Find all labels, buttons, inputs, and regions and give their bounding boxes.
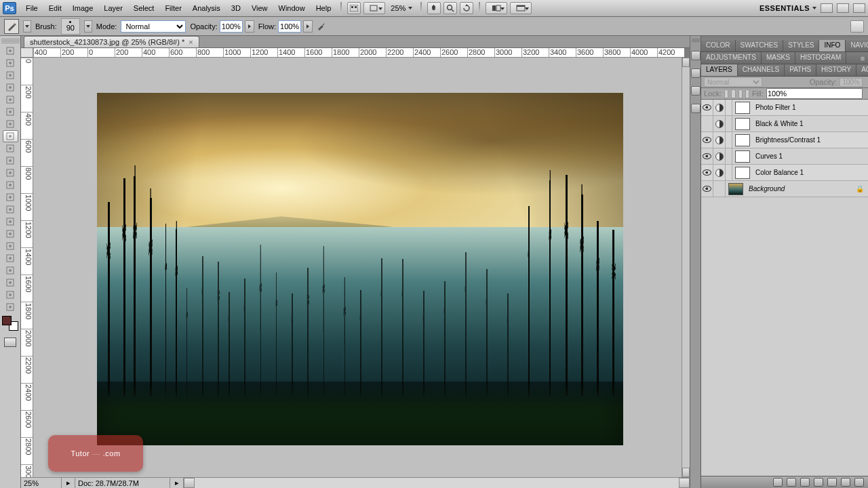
marquee-tool[interactable] — [3, 57, 18, 69]
layer-blend-mode-select[interactable]: Normal — [704, 77, 762, 87]
layer-name[interactable]: Photo Filter 1 — [753, 104, 868, 111]
gradient-tool[interactable] — [3, 179, 18, 191]
tab-action[interactable]: ACTION — [856, 64, 868, 76]
brush-panel-icon[interactable] — [691, 51, 701, 60]
layer-row[interactable]: Brightness/Contrast 1 — [701, 132, 868, 148]
visibility-toggle-icon[interactable] — [701, 165, 713, 180]
tab-histogram[interactable]: HISTOGRAM — [795, 52, 846, 64]
menu-help[interactable]: Help — [311, 1, 337, 15]
adjustment-layer-icon[interactable] — [814, 478, 823, 487]
tool-preset-dropdown[interactable] — [23, 20, 31, 33]
layer-row[interactable]: Curves 1 — [701, 148, 868, 165]
workspace-switcher[interactable]: ESSENTIALS — [760, 4, 816, 12]
menu-filter[interactable]: Filter — [159, 1, 186, 15]
3d-tool[interactable] — [3, 264, 18, 277]
eraser-tool[interactable] — [3, 167, 18, 179]
heal-tool[interactable] — [3, 118, 18, 130]
zoom-tool[interactable] — [3, 301, 18, 313]
layer-mask-icon[interactable] — [800, 478, 810, 487]
menu-edit[interactable]: Edit — [43, 1, 67, 15]
color-swatches[interactable] — [2, 316, 18, 332]
tab-navigator[interactable]: NAVIGATOR — [846, 40, 868, 52]
foreground-color[interactable] — [2, 316, 12, 325]
quick-mask-toggle[interactable] — [4, 338, 16, 347]
layer-mask-thumb[interactable] — [735, 167, 750, 179]
maximize-button[interactable] — [837, 3, 849, 13]
opacity-input[interactable] — [220, 20, 243, 33]
new-layer-icon[interactable] — [841, 478, 850, 487]
clone-source-icon[interactable] — [691, 68, 701, 78]
dodge-tool[interactable] — [3, 203, 18, 216]
flow-input[interactable] — [278, 20, 301, 33]
visibility-toggle-icon[interactable] — [701, 116, 713, 131]
brush-preview[interactable]: 90 — [61, 18, 80, 35]
lock-transparency-icon[interactable] — [724, 89, 728, 98]
launch-bridge-button[interactable] — [347, 2, 361, 14]
layer-name[interactable]: Brightness/Contrast 1 — [753, 136, 868, 144]
close-icon[interactable]: × — [189, 38, 193, 46]
view-extras-button[interactable] — [363, 2, 385, 14]
link-layers-icon[interactable] — [773, 478, 783, 487]
menu-window[interactable]: Window — [273, 1, 311, 15]
layer-name[interactable]: Black & White 1 — [753, 120, 868, 127]
menu-file[interactable]: File — [20, 1, 43, 15]
visibility-toggle-icon[interactable] — [701, 181, 713, 197]
close-button[interactable] — [853, 3, 865, 13]
layer-mask-thumb[interactable] — [735, 150, 750, 163]
layer-name[interactable]: Curves 1 — [753, 152, 868, 160]
canvas[interactable]: Tutor—.com — [33, 58, 682, 477]
layer-row[interactable]: Black & White 1 — [701, 116, 868, 132]
rotate-view-button[interactable] — [460, 2, 473, 14]
lock-position-icon[interactable] — [738, 89, 743, 98]
scroll-left-button[interactable] — [184, 478, 195, 488]
menu-3d[interactable]: 3D — [226, 1, 246, 15]
vertical-scrollbar[interactable] — [682, 58, 690, 477]
menu-layer[interactable]: Layer — [98, 1, 128, 15]
blur-tool[interactable] — [3, 191, 18, 203]
stamp-tool[interactable] — [3, 142, 18, 155]
panel-menu-icon[interactable]: ≡ — [857, 52, 868, 64]
visibility-toggle-icon[interactable] — [701, 132, 713, 148]
tab-layers[interactable]: LAYERS — [701, 64, 738, 76]
3dcam-tool[interactable] — [3, 277, 18, 289]
hand-tool[interactable] — [3, 289, 18, 301]
tab-paths[interactable]: PATHS — [785, 64, 816, 76]
visibility-toggle-icon[interactable] — [701, 148, 713, 164]
tab-adjustments[interactable]: ADJUSTMENTS — [701, 52, 762, 64]
layer-thumb[interactable] — [728, 183, 743, 195]
move-tool[interactable] — [3, 45, 18, 57]
eyedrop-tool[interactable] — [3, 106, 18, 118]
menu-image[interactable]: Image — [67, 1, 99, 15]
document-tab[interactable]: shutterstock_42130873.jpg @ 25% (RGB/8#)… — [24, 36, 199, 47]
layer-group-icon[interactable] — [827, 478, 837, 487]
lock-pixels-icon[interactable] — [731, 89, 735, 98]
paragraph-panel-icon[interactable] — [691, 104, 701, 113]
screen-mode-button[interactable] — [510, 2, 532, 14]
horizontal-scrollbar[interactable] — [195, 478, 679, 488]
wand-tool[interactable] — [3, 81, 18, 94]
history-tool[interactable] — [3, 155, 18, 167]
type-tool[interactable] — [3, 228, 18, 240]
zoom-tool-button[interactable] — [443, 2, 457, 14]
layer-opacity-input[interactable] — [840, 78, 863, 87]
tab-channels[interactable]: CHANNELS — [738, 64, 785, 76]
layer-name[interactable]: Color Balance 1 — [753, 169, 868, 176]
tab-styles[interactable]: STYLES — [783, 40, 819, 52]
zoom-status[interactable]: 25% — [21, 478, 62, 488]
layer-mask-thumb[interactable] — [735, 118, 750, 130]
minimize-button[interactable] — [821, 3, 833, 13]
layer-row[interactable]: Color Balance 1 — [701, 165, 868, 181]
current-tool-preset[interactable] — [4, 19, 19, 34]
path-tool[interactable] — [3, 240, 18, 252]
crop-tool[interactable] — [3, 94, 18, 106]
toolbox-grip[interactable] — [1, 39, 20, 43]
zoom-level-dropdown[interactable]: 25% — [391, 4, 412, 12]
layer-row[interactable]: Photo Filter 1 — [701, 100, 868, 116]
layer-row[interactable]: Background🔒 — [701, 181, 868, 197]
flow-flyout[interactable] — [303, 20, 313, 33]
menu-view[interactable]: View — [246, 1, 273, 15]
delete-layer-icon[interactable] — [854, 478, 864, 487]
status-nav-button[interactable]: ▸ — [62, 478, 75, 488]
pen-tool[interactable] — [3, 216, 18, 228]
ruler-origin[interactable] — [21, 48, 33, 58]
